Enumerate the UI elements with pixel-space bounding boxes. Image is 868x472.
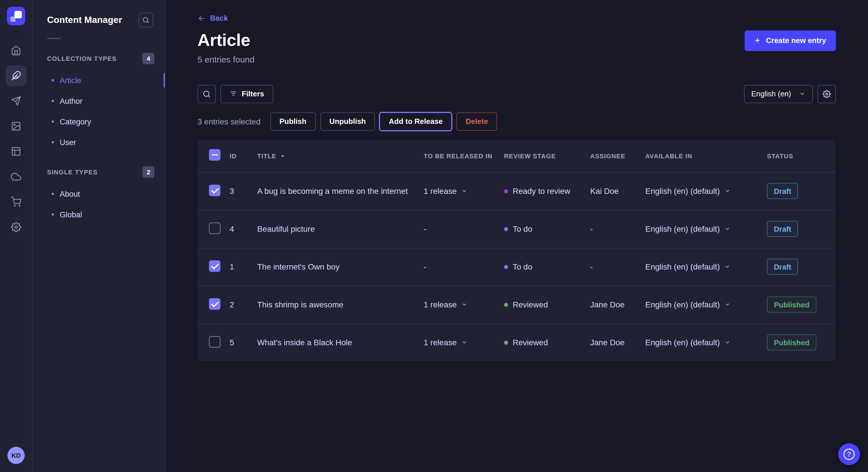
id-cell: 2 — [229, 300, 257, 309]
release-cell[interactable]: 1 release — [424, 187, 504, 196]
marketplace-icon[interactable] — [6, 192, 26, 212]
table-row[interactable]: 4 Beautiful picture - To do - English (e… — [197, 210, 836, 247]
home-icon[interactable] — [6, 40, 26, 61]
sidebar-divider — [47, 38, 61, 39]
view-settings-button[interactable] — [817, 85, 836, 103]
column-header-available-in[interactable]: AVAILABLE IN — [645, 152, 767, 159]
sidebar-item-label: Article — [60, 76, 81, 85]
sidebar-item-author[interactable]: Author — [33, 91, 165, 111]
release-label: - — [424, 262, 426, 271]
content-type-builder-icon[interactable] — [6, 141, 26, 162]
release-cell[interactable]: 1 release — [424, 300, 504, 309]
section-label: COLLECTION TYPES — [47, 55, 117, 62]
cloud-icon[interactable] — [6, 166, 26, 187]
app: KD Content Manager COLLECTION TYPES 4 Ar… — [0, 0, 868, 472]
bullet-icon — [52, 79, 54, 81]
filters-button[interactable]: Filters — [220, 85, 273, 103]
locale-label: English (en) (default) — [645, 262, 720, 271]
row-checkbox[interactable] — [209, 298, 220, 309]
filters-label: Filters — [242, 90, 264, 98]
locale-cell[interactable]: English (en) (default) — [645, 300, 767, 309]
release-cell[interactable]: - — [424, 262, 504, 271]
sidebar-item-label: User — [60, 138, 76, 146]
avatar[interactable]: KD — [7, 447, 25, 464]
locale-label: English (en) (default) — [645, 224, 720, 233]
sidebar-item-article[interactable]: Article — [33, 70, 165, 91]
locale-select[interactable]: English (en) — [744, 85, 813, 103]
add-to-release-label: Add to Release — [389, 117, 443, 126]
row-checkbox[interactable] — [209, 260, 220, 272]
entries-table: ID TITLE TO BE RELEASED IN REVIEW STAGE … — [197, 140, 836, 361]
sort-ascending-icon — [280, 153, 286, 159]
sidebar-item-label: Category — [60, 117, 91, 126]
single-types-section: SINGLE TYPES 2 About Global — [33, 166, 165, 225]
stage-label: To do — [513, 262, 532, 271]
collection-types-section: COLLECTION TYPES 4 Article Author Catego… — [33, 53, 165, 153]
row-checkbox[interactable] — [209, 184, 220, 196]
id-cell: 1 — [229, 262, 257, 271]
stage-label: Reviewed — [513, 300, 548, 309]
help-button[interactable]: ? — [838, 443, 860, 465]
id-cell: 4 — [229, 224, 257, 233]
column-header-id[interactable]: ID — [229, 152, 257, 159]
row-checkbox[interactable] — [209, 222, 220, 234]
column-header-release[interactable]: TO BE RELEASED IN — [424, 152, 504, 159]
row-checkbox[interactable] — [209, 336, 220, 347]
back-link[interactable]: Back — [197, 14, 228, 22]
column-header-status[interactable]: STATUS — [767, 152, 825, 159]
review-stage-cell: Reviewed — [504, 300, 590, 309]
bullet-icon — [52, 213, 54, 216]
content-manager-icon[interactable] — [6, 65, 26, 86]
id-cell: 5 — [229, 338, 257, 347]
sidebar-item-global[interactable]: Global — [33, 204, 165, 225]
release-chevron-icon — [461, 302, 467, 307]
section-label: SINGLE TYPES — [47, 169, 98, 175]
releases-icon[interactable] — [6, 91, 26, 111]
stage-dot — [504, 265, 508, 269]
create-new-entry-button[interactable]: Create new entry — [745, 30, 836, 51]
add-to-release-button[interactable]: Add to Release — [379, 112, 452, 131]
back-label: Back — [210, 14, 228, 22]
column-header-title[interactable]: TITLE — [257, 152, 424, 159]
delete-button[interactable]: Delete — [456, 112, 497, 131]
chevron-down-icon — [799, 91, 805, 97]
chevron-down-icon — [724, 188, 730, 194]
chevron-down-icon — [724, 339, 730, 345]
release-cell[interactable]: 1 release — [424, 338, 504, 347]
column-header-review-stage[interactable]: REVIEW STAGE — [504, 152, 590, 159]
sidebar-item-about[interactable]: About — [33, 183, 165, 204]
table-row[interactable]: 5 What's inside a Black Hole 1 release R… — [197, 323, 836, 361]
unpublish-button[interactable]: Unpublish — [320, 112, 375, 131]
sidebar-item-user[interactable]: User — [33, 132, 165, 153]
stage-dot — [504, 340, 508, 344]
locale-label: English (en) (default) — [645, 338, 720, 347]
main-content: Back Article 5 entries found Create new … — [165, 0, 868, 472]
status-badge: Draft — [767, 259, 798, 275]
select-all-checkbox[interactable] — [209, 149, 220, 160]
review-stage-cell: To do — [504, 224, 590, 233]
locale-cell[interactable]: English (en) (default) — [645, 187, 767, 196]
sidebar-search-button[interactable] — [138, 12, 153, 28]
table-row[interactable]: 2 This shrimp is awesome 1 release Revie… — [197, 285, 836, 323]
column-header-assignee[interactable]: ASSIGNEE — [590, 152, 645, 159]
locale-cell[interactable]: English (en) (default) — [645, 262, 767, 271]
title-cell: The internet's Own boy — [257, 262, 424, 271]
sidebar-item-label: About — [60, 190, 80, 198]
sidebar-item-category[interactable]: Category — [33, 111, 165, 132]
table-row[interactable]: 1 The internet's Own boy - To do - Engli… — [197, 247, 836, 285]
locale-cell[interactable]: English (en) (default) — [645, 224, 767, 233]
bullet-icon — [52, 121, 54, 123]
delete-label: Delete — [466, 117, 488, 126]
title-cell: What's inside a Black Hole — [257, 338, 424, 347]
stage-dot — [504, 189, 508, 193]
publish-button[interactable]: Publish — [270, 112, 315, 131]
search-button[interactable] — [197, 85, 216, 103]
settings-icon[interactable] — [6, 217, 26, 237]
release-label: - — [424, 224, 426, 233]
release-cell[interactable]: - — [424, 224, 504, 233]
media-library-icon[interactable] — [6, 116, 26, 136]
table-row[interactable]: 3 A bug is becoming a meme on the intern… — [197, 172, 836, 210]
locale-cell[interactable]: English (en) (default) — [645, 338, 767, 347]
column-header-title-label: TITLE — [257, 152, 276, 159]
selection-count: 3 entries selected — [197, 117, 260, 126]
